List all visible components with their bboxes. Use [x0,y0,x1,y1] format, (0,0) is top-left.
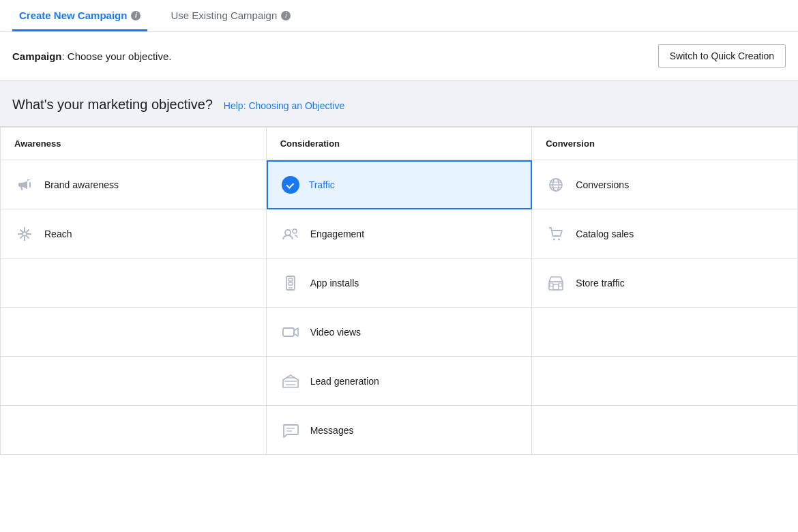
switch-to-quick-creation-button[interactable]: Switch to Quick Creation [658,44,786,68]
traffic-label: Traffic [309,179,335,190]
svg-line-12 [27,229,29,232]
objective-section: What's your marketing objective? Help: C… [0,80,798,127]
svg-line-11 [27,235,29,238]
lead-icon [280,371,301,391]
col-header-awareness: Awareness [1,128,267,160]
objective-traffic[interactable]: Traffic [267,160,533,209]
awareness-empty-2 [1,308,267,357]
col-header-conversion: Conversion [532,128,798,160]
svg-line-13 [20,235,23,238]
reach-icon [14,224,35,244]
store-icon [546,273,566,293]
reach-label: Reach [44,228,72,239]
store-traffic-label: Store traffic [576,278,624,289]
messages-label: Messages [310,425,354,436]
objective-app-installs[interactable]: App installs [267,258,533,308]
svg-line-10 [20,229,23,232]
conversion-empty-2 [532,357,798,406]
objective-engagement[interactable]: Engagement [267,209,533,258]
awareness-empty-1 [1,258,267,308]
app-icon [280,273,301,293]
awareness-empty-3 [1,357,267,406]
tab-use-existing-label: Use Existing Campaign [171,10,277,21]
video-icon [280,322,301,342]
objective-catalog-sales[interactable]: Catalog sales [532,209,798,258]
engagement-icon [280,224,301,244]
lead-generation-label: Lead generation [310,376,379,387]
help-choosing-objective-link[interactable]: Help: Choosing an Objective [224,100,344,111]
svg-point-15 [285,230,291,235]
svg-rect-26 [550,283,553,286]
tab-bar: Create New Campaign i Use Existing Campa… [0,0,798,32]
svg-point-16 [293,229,297,233]
campaign-subtitle: : Choose your objective. [62,50,172,62]
col-header-consideration: Consideration [267,128,533,160]
globe-icon [546,175,566,195]
video-views-label: Video views [310,327,361,338]
awareness-empty-4 [1,406,267,455]
svg-point-17 [553,238,555,240]
svg-rect-21 [289,282,293,285]
campaign-title: Campaign: Choose your objective. [12,50,171,62]
conversion-empty-1 [532,308,798,357]
brand-awareness-label: Brand awareness [44,179,119,190]
svg-rect-28 [283,328,294,336]
conversion-empty-3 [532,406,798,455]
engagement-label: Engagement [310,228,364,239]
svg-point-18 [558,238,560,240]
objective-brand-awareness[interactable]: Brand awareness [1,160,267,209]
tab-use-existing[interactable]: Use Existing Campaign i [164,0,297,31]
megaphone-icon [14,175,35,195]
campaign-header: Campaign: Choose your objective. Switch … [0,32,798,80]
catalog-sales-label: Catalog sales [576,228,634,239]
svg-point-14 [23,232,27,236]
objective-conversions[interactable]: Conversions [532,160,798,209]
traffic-selected-icon [282,176,299,194]
tab-create-new-info-icon[interactable]: i [131,11,141,20]
svg-rect-0 [29,182,31,188]
objective-lead-generation[interactable]: Lead generation [267,357,533,406]
objective-video-views[interactable]: Video views [267,308,533,357]
svg-rect-20 [289,278,293,281]
svg-rect-27 [559,283,562,286]
tab-create-new[interactable]: Create New Campaign i [12,0,147,31]
app-installs-label: App installs [310,278,359,289]
objective-reach[interactable]: Reach [1,209,267,258]
objective-section-title: What's your marketing objective? [12,97,213,112]
conversions-label: Conversions [576,179,629,190]
campaign-label: Campaign [12,50,62,62]
objective-messages[interactable]: Messages [267,406,533,455]
messages-icon [280,420,301,441]
objective-store-traffic[interactable]: Store traffic [532,258,798,308]
cart-icon [546,224,566,244]
tab-use-existing-info-icon[interactable]: i [281,11,291,20]
svg-rect-24 [553,284,559,290]
objectives-grid: Awareness Consideration Conversion Brand… [0,127,798,455]
tab-create-new-label: Create New Campaign [19,10,127,21]
